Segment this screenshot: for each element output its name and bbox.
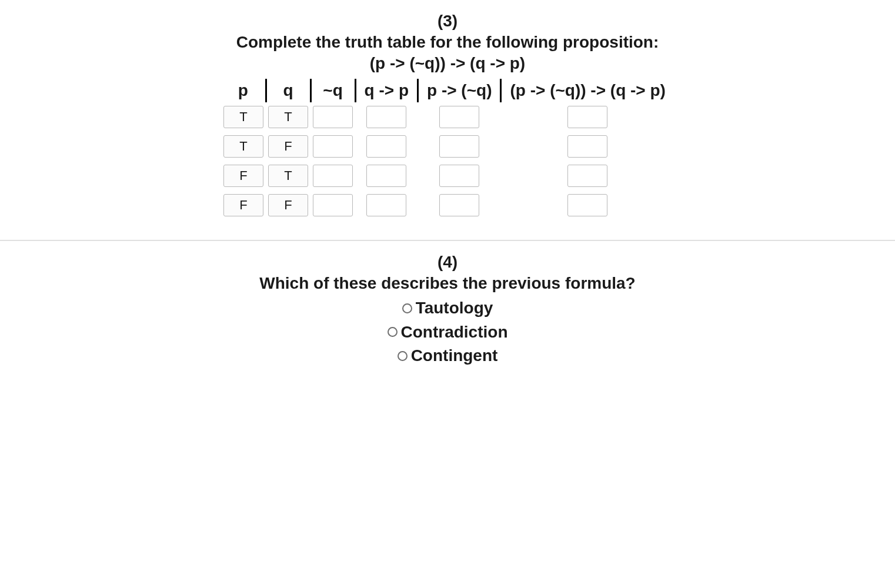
- option-label: Tautology: [416, 296, 493, 320]
- col-header-final: (p -> (~q)) -> (q -> p): [501, 79, 674, 102]
- cell-p: F: [223, 194, 263, 216]
- table-row: F T: [221, 161, 674, 191]
- question-3-number: (3): [0, 12, 895, 31]
- cell-q: T: [268, 106, 308, 128]
- input-p-imp-notq[interactable]: [439, 165, 479, 187]
- radio-icon: [398, 351, 408, 361]
- col-header-q: q: [266, 79, 310, 102]
- options-list: Tautology Contradiction Contingent: [0, 296, 895, 368]
- input-final[interactable]: [567, 165, 607, 187]
- col-header-q-imp-p: q -> p: [355, 79, 418, 102]
- option-contingent[interactable]: Contingent: [0, 344, 895, 368]
- radio-icon: [388, 327, 398, 337]
- question-4-number: (4): [0, 253, 895, 272]
- question-3-block: (3) Complete the truth table for the fol…: [0, 0, 895, 240]
- truth-table: p q ~q q -> p p -> (~q) (p -> (~q)) -> (…: [221, 79, 674, 220]
- table-row: F F: [221, 191, 674, 220]
- cell-q: F: [268, 135, 308, 158]
- input-q-imp-p[interactable]: [366, 135, 406, 158]
- input-q-imp-p[interactable]: [366, 106, 406, 128]
- input-notq[interactable]: [313, 165, 353, 187]
- input-p-imp-notq[interactable]: [439, 194, 479, 216]
- option-label: Contradiction: [401, 320, 508, 345]
- question-3-formula: (p -> (~q)) -> (q -> p): [0, 54, 895, 73]
- table-row: T T: [221, 102, 674, 132]
- input-p-imp-notq[interactable]: [439, 135, 479, 158]
- radio-icon: [402, 303, 412, 313]
- cell-q: T: [268, 165, 308, 187]
- col-header-notq: ~q: [310, 79, 355, 102]
- question-4-block: (4) Which of these describes the previou…: [0, 241, 895, 386]
- question-4-prompt: Which of these describes the previous fo…: [0, 274, 895, 293]
- input-notq[interactable]: [313, 106, 353, 128]
- input-final[interactable]: [567, 135, 607, 158]
- input-notq[interactable]: [313, 194, 353, 216]
- cell-q: F: [268, 194, 308, 216]
- input-p-imp-notq[interactable]: [439, 106, 479, 128]
- table-row: T F: [221, 132, 674, 161]
- truth-table-header-row: p q ~q q -> p p -> (~q) (p -> (~q)) -> (…: [221, 79, 674, 102]
- question-3-prompt: Complete the truth table for the followi…: [0, 33, 895, 52]
- cell-p: F: [223, 165, 263, 187]
- input-final[interactable]: [567, 194, 607, 216]
- input-final[interactable]: [567, 106, 607, 128]
- col-header-p-imp-notq: p -> (~q): [418, 79, 501, 102]
- input-notq[interactable]: [313, 135, 353, 158]
- cell-p: T: [223, 135, 263, 158]
- option-label: Contingent: [411, 344, 498, 368]
- input-q-imp-p[interactable]: [366, 194, 406, 216]
- option-contradiction[interactable]: Contradiction: [0, 320, 895, 345]
- cell-p: T: [223, 106, 263, 128]
- col-header-p: p: [221, 79, 266, 102]
- input-q-imp-p[interactable]: [366, 165, 406, 187]
- option-tautology[interactable]: Tautology: [0, 296, 895, 320]
